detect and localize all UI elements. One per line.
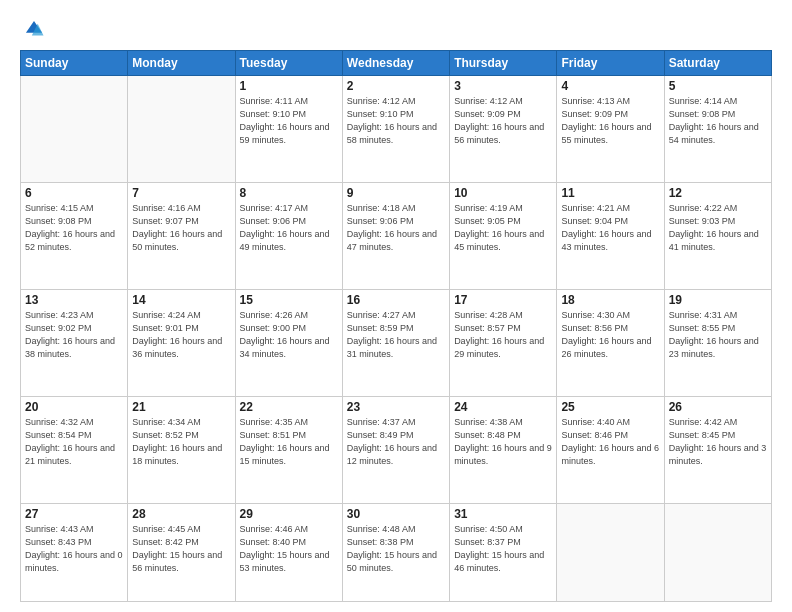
- calendar-cell: 5Sunrise: 4:14 AMSunset: 9:08 PMDaylight…: [664, 76, 771, 183]
- calendar-cell: 4Sunrise: 4:13 AMSunset: 9:09 PMDaylight…: [557, 76, 664, 183]
- day-info: Sunrise: 4:16 AMSunset: 9:07 PMDaylight:…: [132, 202, 230, 254]
- day-number: 24: [454, 400, 552, 414]
- day-info: Sunrise: 4:35 AMSunset: 8:51 PMDaylight:…: [240, 416, 338, 468]
- day-number: 28: [132, 507, 230, 521]
- calendar-day-header: Sunday: [21, 51, 128, 76]
- calendar-cell: 18Sunrise: 4:30 AMSunset: 8:56 PMDayligh…: [557, 289, 664, 396]
- calendar-cell: 16Sunrise: 4:27 AMSunset: 8:59 PMDayligh…: [342, 289, 449, 396]
- calendar-cell: 6Sunrise: 4:15 AMSunset: 9:08 PMDaylight…: [21, 182, 128, 289]
- day-info: Sunrise: 4:28 AMSunset: 8:57 PMDaylight:…: [454, 309, 552, 361]
- day-number: 8: [240, 186, 338, 200]
- calendar-week-row: 13Sunrise: 4:23 AMSunset: 9:02 PMDayligh…: [21, 289, 772, 396]
- calendar-cell: 24Sunrise: 4:38 AMSunset: 8:48 PMDayligh…: [450, 396, 557, 503]
- calendar-day-header: Monday: [128, 51, 235, 76]
- day-number: 12: [669, 186, 767, 200]
- calendar-table: SundayMondayTuesdayWednesdayThursdayFrid…: [20, 50, 772, 602]
- calendar-cell: 11Sunrise: 4:21 AMSunset: 9:04 PMDayligh…: [557, 182, 664, 289]
- day-info: Sunrise: 4:34 AMSunset: 8:52 PMDaylight:…: [132, 416, 230, 468]
- day-number: 22: [240, 400, 338, 414]
- calendar-cell: 19Sunrise: 4:31 AMSunset: 8:55 PMDayligh…: [664, 289, 771, 396]
- day-info: Sunrise: 4:26 AMSunset: 9:00 PMDaylight:…: [240, 309, 338, 361]
- calendar-cell: 2Sunrise: 4:12 AMSunset: 9:10 PMDaylight…: [342, 76, 449, 183]
- calendar-day-header: Friday: [557, 51, 664, 76]
- calendar-cell: 31Sunrise: 4:50 AMSunset: 8:37 PMDayligh…: [450, 503, 557, 601]
- calendar-week-row: 20Sunrise: 4:32 AMSunset: 8:54 PMDayligh…: [21, 396, 772, 503]
- day-number: 6: [25, 186, 123, 200]
- day-number: 3: [454, 79, 552, 93]
- calendar-cell: [21, 76, 128, 183]
- day-info: Sunrise: 4:45 AMSunset: 8:42 PMDaylight:…: [132, 523, 230, 575]
- day-number: 19: [669, 293, 767, 307]
- calendar-week-row: 1Sunrise: 4:11 AMSunset: 9:10 PMDaylight…: [21, 76, 772, 183]
- calendar-cell: 25Sunrise: 4:40 AMSunset: 8:46 PMDayligh…: [557, 396, 664, 503]
- calendar-cell: 30Sunrise: 4:48 AMSunset: 8:38 PMDayligh…: [342, 503, 449, 601]
- calendar-cell: 13Sunrise: 4:23 AMSunset: 9:02 PMDayligh…: [21, 289, 128, 396]
- calendar-cell: 10Sunrise: 4:19 AMSunset: 9:05 PMDayligh…: [450, 182, 557, 289]
- calendar-week-row: 6Sunrise: 4:15 AMSunset: 9:08 PMDaylight…: [21, 182, 772, 289]
- calendar-cell: 22Sunrise: 4:35 AMSunset: 8:51 PMDayligh…: [235, 396, 342, 503]
- day-info: Sunrise: 4:24 AMSunset: 9:01 PMDaylight:…: [132, 309, 230, 361]
- day-number: 17: [454, 293, 552, 307]
- day-info: Sunrise: 4:12 AMSunset: 9:09 PMDaylight:…: [454, 95, 552, 147]
- day-number: 21: [132, 400, 230, 414]
- day-number: 20: [25, 400, 123, 414]
- day-info: Sunrise: 4:18 AMSunset: 9:06 PMDaylight:…: [347, 202, 445, 254]
- calendar-cell: 28Sunrise: 4:45 AMSunset: 8:42 PMDayligh…: [128, 503, 235, 601]
- calendar-day-header: Thursday: [450, 51, 557, 76]
- calendar-day-header: Wednesday: [342, 51, 449, 76]
- header: [20, 18, 772, 44]
- calendar-day-header: Tuesday: [235, 51, 342, 76]
- calendar-day-header: Saturday: [664, 51, 771, 76]
- day-number: 29: [240, 507, 338, 521]
- day-info: Sunrise: 4:50 AMSunset: 8:37 PMDaylight:…: [454, 523, 552, 575]
- calendar-cell: [664, 503, 771, 601]
- day-info: Sunrise: 4:40 AMSunset: 8:46 PMDaylight:…: [561, 416, 659, 468]
- calendar-cell: 14Sunrise: 4:24 AMSunset: 9:01 PMDayligh…: [128, 289, 235, 396]
- day-info: Sunrise: 4:13 AMSunset: 9:09 PMDaylight:…: [561, 95, 659, 147]
- day-number: 23: [347, 400, 445, 414]
- calendar-cell: 27Sunrise: 4:43 AMSunset: 8:43 PMDayligh…: [21, 503, 128, 601]
- day-number: 13: [25, 293, 123, 307]
- day-info: Sunrise: 4:23 AMSunset: 9:02 PMDaylight:…: [25, 309, 123, 361]
- day-number: 10: [454, 186, 552, 200]
- day-number: 7: [132, 186, 230, 200]
- day-info: Sunrise: 4:48 AMSunset: 8:38 PMDaylight:…: [347, 523, 445, 575]
- calendar-cell: [557, 503, 664, 601]
- calendar-cell: 12Sunrise: 4:22 AMSunset: 9:03 PMDayligh…: [664, 182, 771, 289]
- calendar-cell: 8Sunrise: 4:17 AMSunset: 9:06 PMDaylight…: [235, 182, 342, 289]
- calendar-cell: 26Sunrise: 4:42 AMSunset: 8:45 PMDayligh…: [664, 396, 771, 503]
- day-info: Sunrise: 4:15 AMSunset: 9:08 PMDaylight:…: [25, 202, 123, 254]
- day-info: Sunrise: 4:43 AMSunset: 8:43 PMDaylight:…: [25, 523, 123, 575]
- day-info: Sunrise: 4:31 AMSunset: 8:55 PMDaylight:…: [669, 309, 767, 361]
- calendar-week-row: 27Sunrise: 4:43 AMSunset: 8:43 PMDayligh…: [21, 503, 772, 601]
- calendar-cell: 29Sunrise: 4:46 AMSunset: 8:40 PMDayligh…: [235, 503, 342, 601]
- calendar-cell: 3Sunrise: 4:12 AMSunset: 9:09 PMDaylight…: [450, 76, 557, 183]
- calendar-cell: 15Sunrise: 4:26 AMSunset: 9:00 PMDayligh…: [235, 289, 342, 396]
- day-number: 15: [240, 293, 338, 307]
- page: SundayMondayTuesdayWednesdayThursdayFrid…: [0, 0, 792, 612]
- calendar-header-row: SundayMondayTuesdayWednesdayThursdayFrid…: [21, 51, 772, 76]
- day-info: Sunrise: 4:30 AMSunset: 8:56 PMDaylight:…: [561, 309, 659, 361]
- day-number: 5: [669, 79, 767, 93]
- day-number: 11: [561, 186, 659, 200]
- calendar-cell: 1Sunrise: 4:11 AMSunset: 9:10 PMDaylight…: [235, 76, 342, 183]
- calendar-cell: 23Sunrise: 4:37 AMSunset: 8:49 PMDayligh…: [342, 396, 449, 503]
- calendar-cell: 7Sunrise: 4:16 AMSunset: 9:07 PMDaylight…: [128, 182, 235, 289]
- day-number: 2: [347, 79, 445, 93]
- day-info: Sunrise: 4:27 AMSunset: 8:59 PMDaylight:…: [347, 309, 445, 361]
- day-info: Sunrise: 4:19 AMSunset: 9:05 PMDaylight:…: [454, 202, 552, 254]
- day-info: Sunrise: 4:17 AMSunset: 9:06 PMDaylight:…: [240, 202, 338, 254]
- day-number: 9: [347, 186, 445, 200]
- day-number: 4: [561, 79, 659, 93]
- day-info: Sunrise: 4:46 AMSunset: 8:40 PMDaylight:…: [240, 523, 338, 575]
- day-number: 27: [25, 507, 123, 521]
- calendar-cell: 21Sunrise: 4:34 AMSunset: 8:52 PMDayligh…: [128, 396, 235, 503]
- day-info: Sunrise: 4:42 AMSunset: 8:45 PMDaylight:…: [669, 416, 767, 468]
- calendar-cell: 17Sunrise: 4:28 AMSunset: 8:57 PMDayligh…: [450, 289, 557, 396]
- logo: [20, 18, 47, 44]
- day-info: Sunrise: 4:37 AMSunset: 8:49 PMDaylight:…: [347, 416, 445, 468]
- day-number: 30: [347, 507, 445, 521]
- day-number: 18: [561, 293, 659, 307]
- day-number: 16: [347, 293, 445, 307]
- day-info: Sunrise: 4:12 AMSunset: 9:10 PMDaylight:…: [347, 95, 445, 147]
